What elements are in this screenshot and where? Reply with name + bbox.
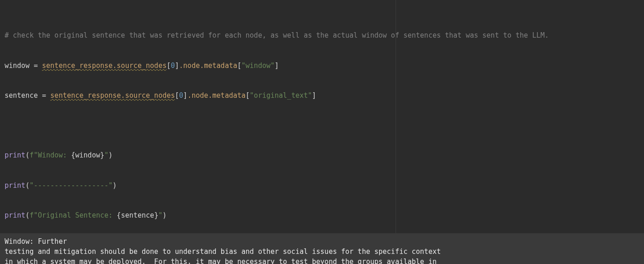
code-line-print1: print(f"Window: {window}") [5, 151, 639, 161]
code-line-print3: print(f"Original Sentence: {sentence}") [5, 211, 639, 221]
code-editor[interactable]: # check the original sentence that was r… [0, 0, 644, 233]
output-text: Window: Further testing and mitigation s… [5, 237, 449, 264]
output-panel: Window: Further testing and mitigation s… [0, 233, 644, 264]
editor-ruler [396, 0, 396, 233]
code-line-blank [5, 121, 639, 131]
code-line-comment: # check the original sentence that was r… [5, 31, 639, 41]
code-line-print2: print("------------------") [5, 181, 639, 191]
code-line-2: sentence = sentence_response.source_node… [5, 91, 639, 101]
code-line-1: window = sentence_response.source_nodes[… [5, 61, 639, 71]
